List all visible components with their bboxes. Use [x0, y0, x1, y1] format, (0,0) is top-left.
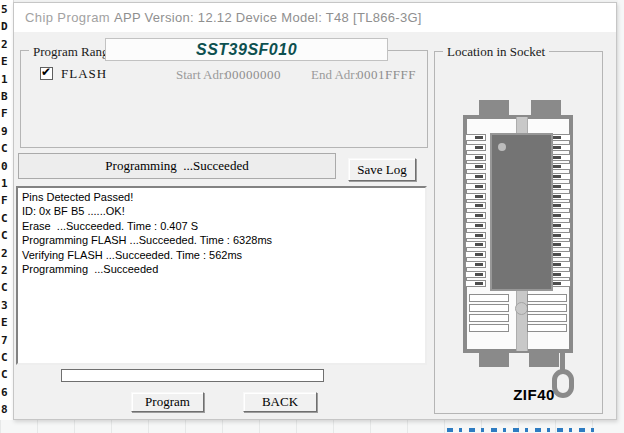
socket-pin: [527, 304, 567, 312]
location-in-socket-label: Location in Socket: [443, 44, 549, 60]
socket-pin: [469, 314, 509, 322]
socket-pin: [465, 222, 486, 229]
background-hex-char: E: [1, 55, 13, 68]
background-hex-char: 8: [1, 403, 13, 416]
background-hex-char: E: [1, 316, 13, 329]
socket-pin: [465, 212, 486, 219]
background-hex-char: 3: [1, 299, 13, 312]
background-hex-char: D: [1, 20, 13, 33]
socket-type-label: ZIF40: [494, 386, 574, 403]
socket-pin: [465, 280, 486, 287]
socket-tab-top-left: [479, 100, 509, 116]
socket-pin: [550, 154, 571, 161]
start-adr-value: 00000000: [225, 67, 281, 83]
chip-body: [490, 133, 553, 291]
end-adr-label: End Adr:: [311, 67, 358, 83]
socket-pin: [465, 241, 486, 248]
socket-pin: [550, 280, 571, 287]
log-line: Verifying FLASH ...Succeeded. Time : 562…: [22, 248, 421, 262]
socket-pin: [469, 324, 509, 332]
chip-name-header: SST39SF010: [105, 38, 388, 61]
window-subtitle: APP Version: 12.12 Device Model: T48 [TL…: [114, 10, 422, 25]
socket-pin: [550, 144, 571, 151]
socket-pin: [465, 232, 486, 239]
socket-pin: [550, 183, 571, 190]
title-bar: Chip Program APP Version: 12.12 Device M…: [14, 3, 616, 32]
background-hex-char: C: [1, 281, 13, 294]
socket-pin: [465, 173, 486, 180]
background-hex-char: 7: [1, 334, 13, 347]
socket-pin: [550, 212, 571, 219]
socket-pin: [550, 241, 571, 248]
lever-hook-stem: [560, 349, 565, 371]
background-hex-char: 0: [1, 160, 13, 173]
background-hex-char: 5: [1, 3, 13, 16]
background-hex-char: C: [1, 212, 13, 225]
log-area[interactable]: Pins Detected Passed!ID: 0x BF B5 ......…: [16, 186, 427, 365]
log-line: Programming ...Succeeded: [22, 262, 421, 276]
socket-pin: [465, 134, 486, 141]
socket-pin: [465, 144, 486, 151]
end-adr-value: 0001FFFF: [357, 67, 416, 83]
socket-pin: [550, 251, 571, 258]
background-hex-char: B: [1, 90, 13, 103]
socket-pin: [465, 251, 486, 258]
background-hex-column: 5D2E1BF9C01FCC22C3E7CC68: [0, 0, 14, 433]
socket-pin: [465, 183, 486, 190]
background-hex-char: C: [1, 368, 13, 381]
program-button[interactable]: Program: [131, 392, 204, 412]
background-clipped-text: [447, 428, 597, 432]
socket-pin: [465, 261, 486, 268]
socket-pin: [550, 134, 571, 141]
screen: 5D2E1BF9C01FCC22C3E7CC68 Chip Program AP…: [0, 0, 624, 433]
background-hex-char: 1: [1, 73, 13, 86]
background-app-right: [618, 0, 624, 433]
pin1-dot: [498, 143, 506, 151]
socket-pin: [550, 232, 571, 239]
background-hex-char: 1: [1, 177, 13, 190]
socket-pin: [550, 271, 571, 278]
background-hex-char: 2: [1, 38, 13, 51]
socket-pin: [465, 154, 486, 161]
socket-pin: [527, 294, 567, 302]
checkmark-icon: ✔: [41, 65, 51, 79]
background-hex-char: 2: [1, 247, 13, 260]
socket-pin: [465, 193, 486, 200]
flash-checkbox[interactable]: ✔: [40, 67, 53, 80]
socket-pin: [527, 324, 567, 332]
chip-program-dialog: Chip Program APP Version: 12.12 Device M…: [13, 2, 617, 420]
flash-checkbox-label: FLASH: [61, 66, 107, 82]
socket-pin: [550, 193, 571, 200]
log-line: Pins Detected Passed!: [22, 190, 421, 204]
window-title: Chip Program: [25, 10, 110, 25]
status-message: Programming ...Succeeded: [18, 153, 336, 179]
back-button[interactable]: BACK: [243, 392, 317, 412]
socket-tab-bottom-right: [529, 351, 559, 367]
background-hex-char: F: [1, 107, 13, 120]
socket-pin: [550, 163, 571, 170]
program-range-group: [20, 50, 428, 148]
socket-pin: [550, 261, 571, 268]
socket-pin: [465, 271, 486, 278]
socket-pin: [469, 294, 509, 302]
log-line: Programming FLASH ...Succeeded. Time : 6…: [22, 233, 421, 247]
background-hex-char: 2: [1, 264, 13, 277]
start-adr-label: Start Adr:: [176, 67, 227, 83]
progress-bar: [61, 369, 324, 382]
background-hex-char: C: [1, 142, 13, 155]
socket-pin: [469, 304, 509, 312]
log-line: ID: 0x BF B5 ......OK!: [22, 204, 421, 218]
background-hex-char: 6: [1, 386, 13, 399]
socket-tab-top-right: [531, 100, 561, 116]
background-hex-char: 9: [1, 125, 13, 138]
save-log-button[interactable]: Save Log: [348, 158, 416, 181]
socket-tab-bottom-left: [479, 351, 509, 367]
background-hex-char: F: [1, 194, 13, 207]
socket-pin: [465, 163, 486, 170]
socket-pin: [550, 173, 571, 180]
socket-pin: [465, 202, 486, 209]
log-line: Erase ...Succeeded. Time : 0.407 S: [22, 219, 421, 233]
background-hex-char: C: [1, 229, 13, 242]
socket-pin: [550, 202, 571, 209]
socket-pin: [527, 314, 567, 322]
